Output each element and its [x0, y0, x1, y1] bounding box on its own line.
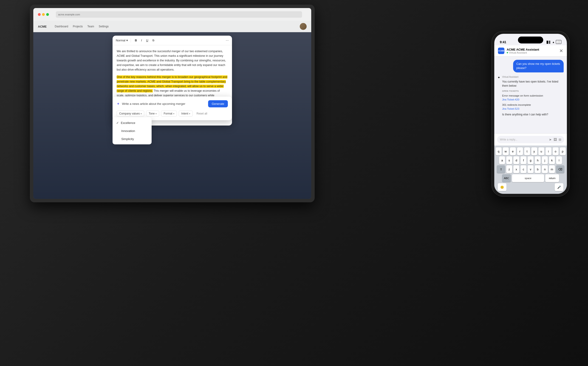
key-e[interactable]: e: [510, 147, 516, 155]
key-u[interactable]: u: [538, 147, 544, 155]
tickets-section: OPEN TICKETS Error message on form submi…: [502, 90, 564, 111]
ticket-2-link[interactable]: Jira Ticket-523: [502, 107, 564, 111]
key-space[interactable]: space: [512, 174, 544, 182]
key-w[interactable]: w: [503, 147, 509, 155]
editor-paragraph-1: We are thrilled to announce the successf…: [117, 49, 228, 72]
close-button[interactable]: ✕: [559, 48, 563, 53]
key-a[interactable]: a: [499, 156, 505, 164]
key-n[interactable]: n: [542, 165, 548, 173]
italic-button[interactable]: I: [140, 38, 143, 43]
image-icon[interactable]: 🖼: [554, 138, 557, 141]
user-avatar[interactable]: [300, 23, 307, 30]
key-abc[interactable]: ABC: [502, 174, 511, 182]
key-v[interactable]: v: [528, 165, 534, 173]
nav-tab-dashboard[interactable]: Dashboard: [55, 25, 68, 28]
key-microphone[interactable]: 🎤: [555, 183, 563, 191]
traffic-light-yellow[interactable]: [42, 13, 45, 16]
key-c[interactable]: c: [521, 165, 526, 173]
keyboard-row-2: a s d f g h j k l: [495, 156, 566, 164]
key-x[interactable]: x: [513, 165, 519, 173]
nav-tab-projects[interactable]: Projects: [73, 25, 83, 28]
chat-header-info: ACME ACME Assistant Virtual Assistant: [507, 48, 557, 54]
key-z[interactable]: z: [506, 165, 512, 173]
battery-icon: ⬜: [556, 40, 561, 44]
laptop-frame: acme.example.com ACME Dashboard Projects…: [30, 5, 315, 202]
generate-button[interactable]: Generate: [208, 100, 228, 107]
key-i[interactable]: i: [545, 147, 551, 155]
phone-screen: 9:41 ▐▌▌ ▲ ⬜ ACME ACME ACME Assistant: [494, 34, 567, 194]
ticket-item-1: Error message on form submission Jira Ti…: [502, 94, 564, 102]
dropdown-item-innovation[interactable]: Innovation: [113, 127, 152, 135]
company-values-filter[interactable]: Company values ▾: [117, 111, 144, 117]
key-l[interactable]: l: [556, 156, 562, 164]
format-select[interactable]: Normal ▾: [116, 39, 128, 42]
editor-toolbar: Normal ▾ B I U S ···: [113, 36, 232, 45]
key-o[interactable]: o: [553, 147, 559, 155]
key-backspace[interactable]: ⌫: [556, 165, 564, 173]
excellence-label: Excellence: [121, 121, 135, 125]
innovation-label: Innovation: [121, 129, 135, 133]
wifi-icon: ▲: [552, 41, 555, 44]
ticket-2-desc: 301 redirects incomplete: [502, 103, 564, 107]
strikethrough-button[interactable]: S: [151, 38, 155, 43]
dropdown-item-simplicity[interactable]: Simplicity: [113, 135, 152, 143]
intent-filter[interactable]: Intent ▾: [179, 111, 193, 117]
key-q[interactable]: q: [496, 147, 502, 155]
assistant-outro: Is there anything else I can help with?: [502, 112, 564, 117]
key-f[interactable]: f: [521, 156, 526, 164]
assistant-sparkle-icon: ✦: [498, 76, 500, 79]
ticket-1-desc: Error message on form submission: [502, 94, 564, 98]
acme-logo: ACME: [498, 48, 504, 54]
format-filter[interactable]: Format ▾: [161, 111, 177, 117]
key-g[interactable]: g: [528, 156, 534, 164]
dropdown-item-excellence[interactable]: ✓ Excellence: [113, 119, 152, 127]
tone-label: Tone: [149, 112, 154, 115]
nav-tab-team[interactable]: Team: [87, 25, 94, 28]
underline-button[interactable]: U: [145, 38, 149, 43]
key-k[interactable]: k: [549, 156, 555, 164]
chat-input-field[interactable]: Write a reply...: [500, 138, 547, 141]
key-h[interactable]: h: [535, 156, 541, 164]
reset-all-button[interactable]: Reset all: [195, 111, 209, 116]
bold-button[interactable]: B: [134, 38, 138, 43]
tone-filter[interactable]: Tone ▾: [146, 111, 159, 117]
traffic-light-red[interactable]: [38, 13, 41, 16]
assistant-intro: You currently have two open tickets. I'v…: [502, 80, 564, 88]
key-r[interactable]: r: [517, 147, 523, 155]
key-y[interactable]: y: [531, 147, 537, 155]
url-bar[interactable]: acme.example.com: [56, 11, 302, 18]
tone-chevron: ▾: [155, 112, 157, 115]
traffic-light-green[interactable]: [46, 13, 49, 16]
prompt-input-row: ✦ Write a news article about the upcomin…: [117, 100, 228, 107]
format-filter-label: Format: [163, 112, 172, 115]
ticket-item-2: 301 redirects incomplete Jira Ticket-523: [502, 103, 564, 111]
key-emoji[interactable]: 🙂: [498, 183, 507, 191]
format-label: Normal: [116, 39, 125, 42]
more-options-button[interactable]: ···: [226, 38, 229, 43]
key-shift[interactable]: ⇧: [497, 165, 505, 173]
key-t[interactable]: t: [524, 147, 530, 155]
chat-title-text: ACME Assistant: [516, 48, 539, 51]
chat-subtitle: Virtual Assistant: [507, 51, 557, 54]
key-p[interactable]: p: [560, 147, 566, 155]
company-values-chevron: ▾: [140, 112, 142, 115]
key-s[interactable]: s: [506, 156, 512, 164]
ticket-1-link[interactable]: Jira Ticket-420: [502, 98, 564, 102]
check-icon: ✓: [116, 121, 119, 125]
traffic-lights: [38, 13, 49, 16]
key-b[interactable]: b: [535, 165, 541, 173]
status-time: 9:41: [500, 40, 506, 44]
grid-icon[interactable]: ⊞: [559, 138, 561, 141]
user-message-wrapper: Can you show me my open tickets please?: [498, 60, 564, 72]
nav-tab-settings[interactable]: Settings: [99, 25, 109, 28]
keyboard: q w e r t y u i o p a s d f g: [494, 145, 567, 194]
send-icon[interactable]: ➤: [549, 138, 552, 141]
chat-title: ACME ACME Assistant: [507, 48, 557, 51]
key-d[interactable]: d: [513, 156, 519, 164]
prompt-text[interactable]: Write a news article about the upcoming …: [122, 102, 206, 106]
key-j[interactable]: j: [542, 156, 548, 164]
key-m[interactable]: m: [549, 165, 555, 173]
key-return[interactable]: return: [545, 174, 559, 182]
keyboard-row-3: ⇧ z x c v b n m ⌫: [495, 165, 566, 173]
chat-title-logo: ACME: [507, 48, 515, 51]
